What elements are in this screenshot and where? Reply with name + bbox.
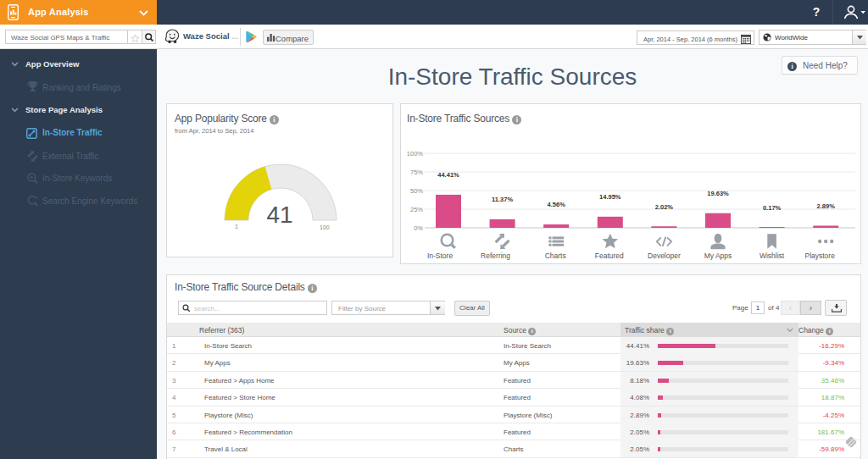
- svg-text:50%: 50%: [410, 187, 423, 195]
- svg-text:4.56%: 4.56%: [548, 201, 566, 208]
- svg-text:19.63%: 19.63%: [707, 190, 729, 197]
- svg-text:Featured: Featured: [595, 252, 624, 260]
- svg-text:Referring: Referring: [481, 252, 510, 260]
- svg-text:11.37%: 11.37%: [492, 196, 513, 203]
- svg-text:Developer: Developer: [648, 252, 681, 260]
- svg-text:2.89%: 2.89%: [817, 202, 836, 210]
- svg-text:25%: 25%: [410, 206, 423, 213]
- svg-text:0%: 0%: [414, 224, 423, 232]
- svg-text:In-Store: In-Store: [427, 252, 453, 260]
- svg-text:44.41%: 44.41%: [437, 171, 459, 179]
- svg-text:100%: 100%: [407, 150, 424, 158]
- svg-text:0.17%: 0.17%: [763, 204, 782, 212]
- svg-text:Playstore: Playstore: [804, 252, 835, 260]
- svg-text:My Apps: My Apps: [704, 252, 732, 260]
- svg-text:14.95%: 14.95%: [599, 193, 621, 201]
- svg-text:Charts: Charts: [545, 252, 566, 260]
- svg-text:Wishlist: Wishlist: [760, 252, 785, 260]
- svg-text:2.02%: 2.02%: [655, 203, 674, 211]
- svg-text:75%: 75%: [410, 169, 423, 176]
